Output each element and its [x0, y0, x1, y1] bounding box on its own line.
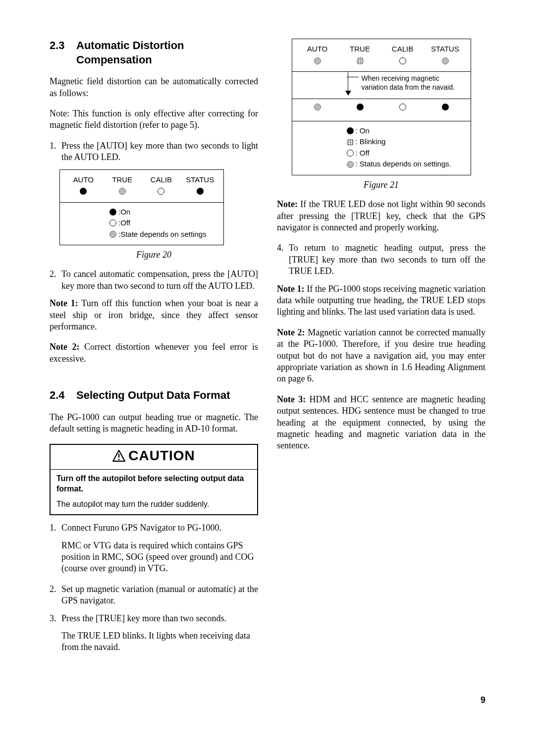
list-marker: 2.	[50, 269, 61, 292]
led-row: AUTO TRUE CALIB STATUS	[60, 170, 223, 199]
page-columns: 2.3 Automatic Distortion Compensation Ma…	[50, 39, 485, 683]
figure-caption: Figure 21	[277, 179, 485, 191]
heading-2-3: 2.3 Automatic Distortion Compensation	[50, 39, 258, 67]
note-body: HDM and HCC sentence are magnetic headin…	[277, 394, 485, 451]
arrow-note: When receiving magnetic variation data f…	[292, 72, 471, 96]
led-on-icon	[442, 104, 449, 110]
led-blink-icon	[347, 139, 354, 146]
list-marker: 2.	[50, 584, 61, 607]
paragraph: The PG-1000 can output heading true or m…	[50, 412, 258, 435]
note-label: Note 1:	[50, 298, 78, 308]
legend-text: : Status depends on settings.	[356, 159, 451, 170]
led-true: TRUE	[105, 175, 140, 197]
list-item: 3. Press the [TRUE] key more than two se…	[50, 613, 258, 624]
led-label: TRUE	[105, 175, 140, 185]
caution-text: The autopilot may turn the rudder sudden…	[56, 499, 251, 510]
led-off-icon	[399, 57, 406, 64]
led-calib: CALIB	[144, 175, 178, 197]
caution-body: Turn off the autopilot before selecting …	[51, 470, 257, 514]
led-auto: AUTO	[66, 175, 101, 197]
led-status: STATUS	[183, 175, 217, 197]
led-on-icon	[80, 188, 87, 195]
list-body: Set up magnetic variation (manual or aut…	[61, 584, 258, 607]
list-body: Press the [AUTO] key more than two secon…	[61, 140, 258, 163]
led-off-icon	[158, 188, 164, 195]
note-1: Note 1: If the PG-1000 stops receiving m…	[277, 283, 485, 318]
list-body: To cancel automatic compensation, press …	[61, 269, 258, 292]
figure-21: AUTO TRUE CALIB STATUS When receiving ma…	[292, 39, 471, 175]
list-body: Press the [TRUE] key more than two secon…	[61, 613, 258, 624]
legend-text: : Off	[356, 148, 370, 159]
led-label: STATUS	[428, 44, 463, 54]
note-2: Note 2: Correct distortion whenever you …	[50, 341, 258, 365]
heading-title: Automatic Distortion Compensation	[76, 39, 258, 67]
led-grey-icon	[347, 161, 354, 168]
figure-legend: :On :Off :State depends on settings	[60, 203, 223, 245]
paragraph: Note: This function is only effective af…	[50, 108, 258, 131]
note-body: If the PG-1000 stops receiving magnetic …	[277, 284, 485, 317]
list-marker: 3.	[50, 613, 61, 624]
list-item: 1. Connect Furuno GPS Navigator to PG-10…	[50, 522, 258, 534]
legend-text: :Off	[118, 217, 130, 229]
figure-20: AUTO TRUE CALIB STATUS :On :Off :State d…	[59, 169, 224, 246]
note-label: Note 2:	[50, 342, 80, 352]
legend-text: : Blinking	[356, 136, 386, 148]
legend-text: :State depends on settings	[118, 229, 207, 240]
list-marker: 1.	[50, 140, 61, 163]
list-body: To return to magnetic heading output, pr…	[289, 242, 485, 277]
arrow-down-icon	[345, 91, 351, 96]
list-sub: The TRUE LED blinks. It lights when rece…	[50, 630, 258, 653]
continued-text: RMC or VTG data is required which contai…	[50, 540, 258, 575]
led-off-icon	[347, 150, 354, 157]
led-row-bottom	[292, 99, 471, 118]
note-body: Correct distortion whenever you feel err…	[50, 342, 258, 363]
led-label: AUTO	[66, 175, 101, 185]
figure-caption: Figure 20	[50, 249, 258, 261]
led-label: AUTO	[300, 44, 335, 54]
led-off-icon	[399, 104, 406, 110]
heading-number: 2.4	[50, 388, 76, 403]
note-body: Turn off this function when your boat is…	[50, 298, 258, 331]
warning-icon	[112, 448, 125, 466]
note-label: Note 2:	[277, 327, 305, 337]
arrow-text: When receiving magnetic variation data f…	[362, 74, 455, 91]
note-body: Magnetic variation cannot be corrected m…	[277, 327, 485, 384]
caution-header: CAUTION	[51, 445, 257, 470]
heading-title: Selecting Output Data Format	[76, 388, 230, 403]
legend-text: : On	[356, 125, 370, 137]
note-3: Note 3: HDM and HCC sentence are magneti…	[277, 394, 485, 452]
led-label: TRUE	[343, 44, 377, 54]
note-1: Note 1: Turn off this function when your…	[50, 298, 258, 332]
note-body: If the TRUE LED dose not light within 90…	[277, 199, 485, 232]
note-label: Note 1:	[277, 284, 305, 294]
caution-box: CAUTION Turn off the autopilot before se…	[50, 444, 258, 516]
note-label: Note:	[277, 199, 298, 209]
led-grey-icon	[442, 57, 449, 64]
led-on-icon	[357, 104, 364, 110]
note-label: Note 3:	[277, 394, 306, 404]
led-label: CALIB	[385, 44, 420, 54]
led-on-icon	[109, 209, 116, 216]
list-body: Connect Furuno GPS Navigator to PG-1000.	[61, 522, 258, 534]
led-on-icon	[197, 188, 204, 195]
heading-number: 2.3	[50, 39, 76, 67]
led-row-top: AUTO TRUE CALIB STATUS	[292, 39, 471, 68]
legend-text: :On	[118, 207, 130, 218]
figure-legend: : On : Blinking : Off : Status depends o…	[292, 121, 471, 175]
led-label: CALIB	[144, 175, 178, 185]
caution-title: CAUTION	[128, 448, 195, 463]
led-on-icon	[347, 127, 354, 134]
list-marker: 4.	[277, 242, 289, 277]
led-grey-icon	[119, 188, 126, 195]
note-2: Note 2: Magnetic variation cannot be cor…	[277, 327, 485, 385]
list-marker: 1.	[50, 522, 61, 534]
list-item: 2. Set up magnetic variation (manual or …	[50, 584, 258, 607]
list-item: 4. To return to magnetic heading output,…	[277, 242, 485, 277]
caution-bold: Turn off the autopilot before selecting …	[56, 474, 251, 494]
list-item: 2. To cancel automatic compensation, pre…	[50, 269, 258, 292]
svg-point-2	[118, 459, 120, 460]
heading-2-4: 2.4 Selecting Output Data Format	[50, 388, 258, 403]
page-number: 9	[50, 695, 485, 706]
led-grey-icon	[314, 57, 321, 64]
note: Note: If the TRUE LED dose not light wit…	[277, 199, 485, 233]
